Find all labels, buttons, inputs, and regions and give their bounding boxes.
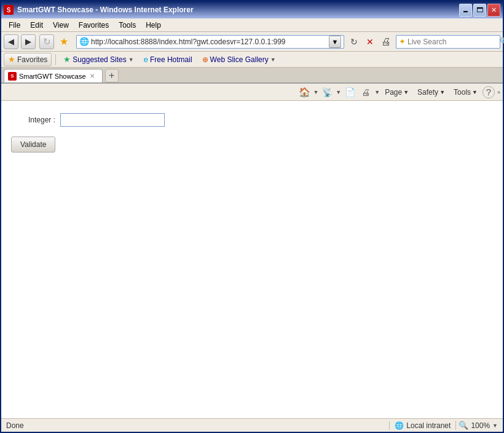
tools-expand-icon: ▼ xyxy=(472,89,478,95)
tab-smartgwt[interactable]: S SmartGWT Showcase ✕ xyxy=(4,69,103,82)
page-label: Page xyxy=(385,88,402,97)
integer-input[interactable] xyxy=(60,113,165,127)
stop-icon[interactable]: ✕ xyxy=(363,34,377,49)
menu-view[interactable]: View xyxy=(48,20,74,31)
status-text: Done xyxy=(4,421,389,430)
print2-icon[interactable]: 🖨 xyxy=(358,85,373,100)
zoom-expand-icon[interactable]: ▼ xyxy=(492,423,498,429)
status-bar: Done 🌐 Local intranet 🔍 100% ▼ xyxy=(1,418,503,432)
suggested-expand-icon[interactable]: ▼ xyxy=(128,57,134,63)
tab-close-icon[interactable]: ✕ xyxy=(89,73,96,79)
back-button[interactable]: ◀ xyxy=(4,34,18,49)
page-button[interactable]: Page ▼ xyxy=(381,85,412,100)
command-bar: 🏠 ▼ 📡 ▼ 📄 🖨 ▼ Page ▼ Safety ▼ Tools ▼ ? … xyxy=(1,84,503,101)
title-bar-left: S SmartGWT Showcase - Windows Internet E… xyxy=(4,5,194,15)
tab-label: SmartGWT Showcase xyxy=(19,73,86,80)
hotmail-icon: e xyxy=(144,55,148,64)
suggested-icon: ★ xyxy=(63,55,71,64)
close-button[interactable]: ✕ xyxy=(487,4,500,17)
safety-label: Safety xyxy=(417,88,438,97)
page-expand-icon: ▼ xyxy=(403,89,409,95)
zoom-indicator[interactable]: 🔍 100% ▼ xyxy=(455,421,500,430)
content-inner: Integer : Validate xyxy=(1,101,503,165)
web-slice-gallery-link[interactable]: ⊕ Web Slice Gallery ▼ xyxy=(199,53,280,66)
fav-separator-1 xyxy=(55,54,56,65)
webslice-icon: ⊕ xyxy=(202,55,208,64)
zone-indicator: 🌐 Local intranet xyxy=(389,421,455,430)
search-button[interactable]: 🔍 xyxy=(500,36,504,48)
print-icon[interactable]: 🖨 xyxy=(379,34,393,49)
more-expand-icon[interactable]: » xyxy=(497,89,500,95)
forward-button[interactable]: ▶ xyxy=(21,34,36,49)
address-input[interactable] xyxy=(91,38,329,46)
safety-button[interactable]: Safety ▼ xyxy=(414,85,449,100)
integer-form-row: Integer : xyxy=(11,113,493,127)
menu-file[interactable]: File xyxy=(4,20,25,31)
new-tab-button[interactable]: + xyxy=(105,69,119,82)
validate-button[interactable]: Validate xyxy=(11,137,55,153)
search-wrap: ✦ 🔍 xyxy=(396,35,500,49)
feeds-expand-icon[interactable]: ▼ xyxy=(336,89,341,95)
app-icon: S xyxy=(4,5,14,15)
suggested-sites-link[interactable]: ★ Suggested Sites ▼ xyxy=(60,53,137,66)
menu-help[interactable]: Help xyxy=(141,20,166,31)
menu-tools[interactable]: Tools xyxy=(114,20,141,31)
tools-button[interactable]: Tools ▼ xyxy=(450,85,481,100)
read-mail-icon[interactable]: 📄 xyxy=(342,85,357,100)
browser-window: S SmartGWT Showcase - Windows Internet E… xyxy=(0,0,504,433)
print-expand-icon[interactable]: ▼ xyxy=(374,89,380,95)
home-icon[interactable]: 🏠 xyxy=(297,85,312,100)
search-input[interactable] xyxy=(408,38,500,46)
tools-label: Tools xyxy=(454,88,471,97)
tab-icon: S xyxy=(8,72,17,81)
menu-favorites[interactable]: Favorites xyxy=(74,20,114,31)
refresh-icon[interactable]: ↻ xyxy=(347,34,361,49)
maximize-button[interactable]: 🗖 xyxy=(473,4,486,17)
menu-bar: File Edit View Favorites Tools Help xyxy=(1,18,503,32)
zone-icon: 🌐 xyxy=(395,421,404,430)
hotmail-label: Free Hotmail xyxy=(150,55,192,64)
free-hotmail-link[interactable]: e Free Hotmail xyxy=(140,53,196,66)
safety-expand-icon: ▼ xyxy=(439,89,445,95)
webslice-label: Web Slice Gallery xyxy=(210,55,269,64)
title-bar: S SmartGWT Showcase - Windows Internet E… xyxy=(1,1,503,18)
favorites-icon[interactable]: ★ xyxy=(57,34,71,49)
zoom-label: 100% xyxy=(471,421,490,430)
search-provider-icon: ✦ xyxy=(399,37,406,46)
menu-edit[interactable]: Edit xyxy=(25,20,48,31)
integer-label: Integer : xyxy=(11,116,60,124)
refresh-button[interactable]: ↻ xyxy=(39,34,54,49)
feeds-icon[interactable]: 📡 xyxy=(320,85,334,100)
zoom-icon: 🔍 xyxy=(459,421,468,430)
help-icon[interactable]: ? xyxy=(482,86,495,98)
favorites-button[interactable]: ★ Favorites xyxy=(4,53,52,66)
validate-button-wrap: Validate xyxy=(11,137,493,153)
go-button[interactable]: ▼ xyxy=(329,36,341,48)
minimize-button[interactable]: 🗕 xyxy=(459,4,472,17)
tab-bar: S SmartGWT Showcase ✕ + xyxy=(1,68,503,84)
main-content: Integer : Validate xyxy=(1,101,503,418)
suggested-sites-label: Suggested Sites xyxy=(73,55,126,64)
webslice-expand-icon[interactable]: ▼ xyxy=(270,57,276,63)
zone-label: Local intranet xyxy=(406,421,451,430)
star-icon: ★ xyxy=(8,55,15,64)
favorites-label: Favorites xyxy=(17,55,47,64)
window-controls: 🗕 🗖 ✕ xyxy=(459,4,500,17)
window-title: SmartGWT Showcase - Windows Internet Exp… xyxy=(17,6,194,14)
nav-icon-group: ↻ ✕ 🖨 xyxy=(347,34,393,49)
address-bar-input-wrap: 🌐 ▼ xyxy=(76,35,344,49)
address-bar: ◀ ▶ ↻ ★ 🌐 ▼ ↻ ✕ 🖨 ✦ 🔍 xyxy=(1,32,503,52)
favorites-bar: ★ Favorites ★ Suggested Sites ▼ e Free H… xyxy=(1,52,503,68)
home-expand-icon[interactable]: ▼ xyxy=(313,89,318,95)
